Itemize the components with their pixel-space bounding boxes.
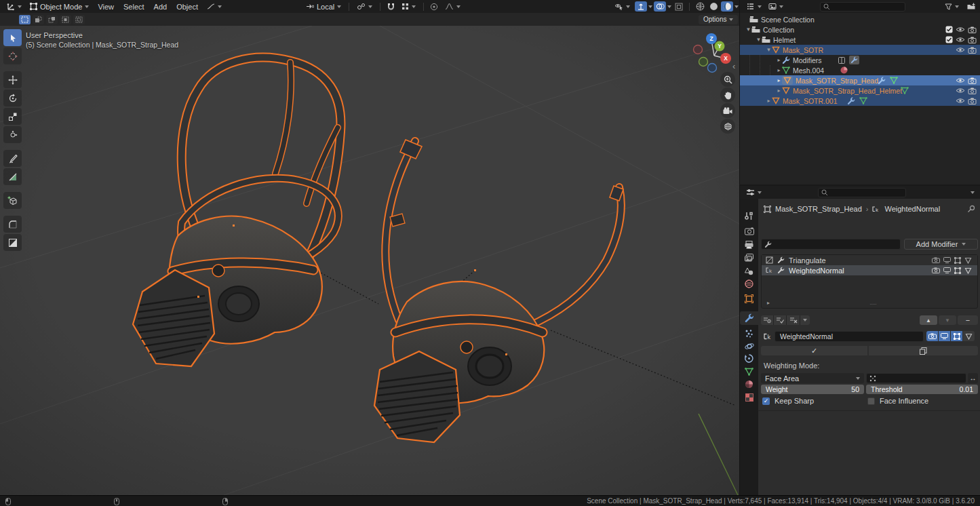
disclosure-triangle[interactable]: ▸ [776, 87, 782, 94]
outliner-row-mask-sotr[interactable]: ▼ Mask_SOTR [740, 45, 980, 55]
modifier-realtime-toggle[interactable] [849, 56, 859, 64]
threshold-slider[interactable]: Threshold 0.01 [866, 385, 978, 394]
apply-modifier-button[interactable]: ✓ [761, 346, 867, 355]
pivot-point-dropdown[interactable] [353, 1, 376, 12]
keep-sharp-checkbox[interactable]: ✓ [762, 397, 770, 405]
pin-icon[interactable] [967, 205, 975, 213]
disclosure-triangle[interactable]: ▸ [776, 57, 782, 63]
mode-dropdown[interactable]: Object Mode [26, 1, 92, 12]
viewport-3d[interactable]: User Perspective (5) Scene Collection | … [0, 26, 739, 495]
outliner-row-mask-sotr-strap-head[interactable]: ▸ Mask_SOTR_Strap_Head [740, 75, 980, 85]
face-influence-option[interactable]: Face Influence [867, 397, 928, 405]
zoom-view-button[interactable] [720, 72, 735, 87]
keep-sharp-option[interactable]: ✓ Keep Sharp [762, 397, 814, 405]
filter-enabled-button[interactable] [774, 315, 787, 325]
disclosure-triangle[interactable]: ▸ [766, 98, 772, 104]
move-modifier-down-button[interactable]: ▼ [939, 315, 956, 325]
tool-add-cube[interactable] [3, 192, 22, 209]
properties-search-input[interactable] [818, 188, 906, 197]
breadcrumb-object[interactable]: Mask_SOTR_Strap_Head [775, 205, 862, 213]
select-mode-intersect[interactable] [73, 15, 85, 24]
modifier-render-toggle[interactable] [926, 331, 938, 341]
perspective-toggle-button[interactable] [720, 119, 735, 134]
hide-eye-icon[interactable] [956, 98, 965, 104]
disable-render-camera-icon[interactable] [968, 77, 977, 84]
disable-render-camera-icon[interactable] [968, 26, 977, 33]
tab-view-layer[interactable] [740, 251, 758, 265]
proportional-editing-toggle[interactable] [428, 1, 440, 12]
add-modifier-button[interactable]: Add Modifier [904, 239, 978, 250]
disclosure-triangle[interactable]: ▸ [776, 77, 782, 83]
outliner-row-collection[interactable]: ▼ Collection [740, 24, 980, 35]
tab-object[interactable] [740, 292, 758, 305]
cage-toggle-icon[interactable] [964, 257, 972, 264]
snap-target-dropdown[interactable] [398, 1, 419, 12]
tool-annotate[interactable] [3, 150, 22, 167]
outliner-filter-dropdown[interactable] [941, 1, 962, 12]
stack-expand-arrow[interactable]: ▸ [767, 300, 770, 306]
select-mode-set[interactable] [19, 15, 31, 24]
sidebar-collapse-arrow[interactable]: ‹ [732, 61, 735, 71]
properties-editor-type-dropdown[interactable] [743, 187, 765, 198]
tab-material[interactable] [740, 377, 758, 391]
tab-output[interactable] [740, 238, 758, 252]
gizmo-axis-x-neg[interactable] [694, 45, 703, 54]
tool-triangle-fill[interactable] [3, 234, 22, 251]
transform-extras-dropdown[interactable] [203, 1, 225, 12]
outliner-editor-type-dropdown[interactable] [743, 1, 765, 12]
render-toggle-icon[interactable] [932, 267, 940, 273]
resize-grip[interactable]: ····· [869, 300, 876, 307]
exclude-checkbox[interactable] [945, 26, 953, 33]
disable-render-camera-icon[interactable] [968, 47, 977, 54]
disable-render-camera-icon[interactable] [968, 37, 977, 43]
tab-modifiers[interactable] [740, 311, 758, 325]
options-dropdown[interactable]: Options [699, 15, 738, 24]
modifier-display-toggle[interactable] [836, 56, 846, 64]
disclosure-triangle[interactable]: ▼ [745, 26, 751, 33]
modifier-search-input[interactable] [761, 239, 901, 250]
tool-transform[interactable] [3, 126, 22, 143]
show-object-types-dropdown[interactable] [611, 1, 633, 12]
outliner-search-input[interactable] [820, 2, 905, 12]
gizmo-axis-y-neg[interactable] [699, 58, 708, 66]
remove-modifier-button[interactable]: − [958, 315, 978, 325]
hide-eye-icon[interactable] [956, 26, 965, 33]
tab-particles[interactable] [740, 326, 758, 340]
editor-type-dropdown[interactable] [3, 1, 25, 12]
disable-render-camera-icon[interactable] [968, 87, 977, 94]
render-toggle-icon[interactable] [932, 257, 940, 263]
move-modifier-up-button[interactable]: ▲ [920, 315, 937, 325]
proportional-falloff-dropdown[interactable] [442, 1, 464, 12]
weighting-mode-dropdown[interactable]: Face Area [761, 373, 864, 383]
pan-view-button[interactable] [720, 87, 735, 102]
outliner-row-scene-collection[interactable]: Scene Collection [740, 14, 980, 24]
hide-eye-icon[interactable] [956, 47, 965, 53]
modifier-stack-row-weightednormal[interactable]: k WeightedNormal [762, 265, 977, 275]
menu-object[interactable]: Object [172, 3, 202, 11]
menu-select[interactable]: Select [119, 3, 149, 11]
menu-add[interactable]: Add [150, 3, 172, 11]
tool-rotate[interactable] [3, 90, 22, 106]
shading-solid-button[interactable] [707, 1, 720, 12]
select-mode-invert[interactable] [60, 15, 71, 24]
disable-render-camera-icon[interactable] [968, 98, 977, 104]
outliner-row-mask-sotr-001[interactable]: ▸ Mask_SOTR.001 [740, 96, 980, 106]
filter-disabled-button[interactable] [787, 315, 800, 325]
filter-dropdown[interactable] [800, 315, 810, 325]
modifier-stack-row-triangulate[interactable]: Triangulate [762, 255, 977, 265]
tool-fillet-corner[interactable] [3, 216, 22, 233]
editmode-toggle-icon[interactable] [954, 257, 961, 264]
snap-toggle[interactable] [385, 1, 397, 12]
outliner-display-mode-dropdown[interactable] [765, 1, 787, 12]
camera-view-button[interactable] [720, 103, 735, 118]
gizmo-axis-z-neg[interactable] [708, 64, 717, 73]
disclosure-triangle[interactable]: ▼ [756, 37, 762, 43]
outliner-row-mask-sotr-strap-head-helmet[interactable]: ▸ Mask_SOTR_Strap_Head_Helmet [740, 85, 980, 96]
weight-slider[interactable]: Weight 50 [761, 385, 864, 394]
shading-material-button[interactable] [721, 1, 733, 12]
tab-tool[interactable] [740, 209, 758, 222]
show-overlays-toggle[interactable] [654, 1, 666, 12]
tab-object-data[interactable] [740, 365, 758, 378]
disclosure-triangle[interactable]: ▼ [766, 47, 772, 53]
properties-options-chevron[interactable] [971, 191, 975, 194]
